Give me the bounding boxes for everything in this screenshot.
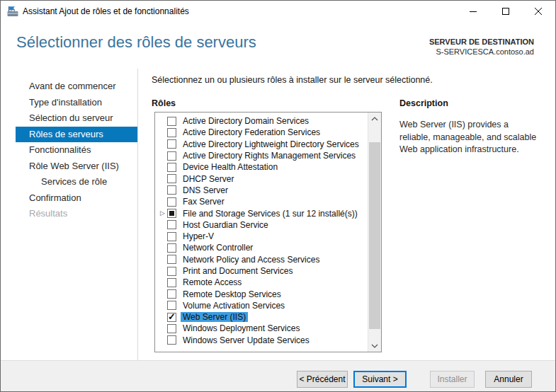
role-label: Device Health Attestation — [181, 162, 280, 172]
next-button[interactable]: Suivant > — [353, 371, 407, 388]
role-label: DNS Server — [181, 185, 230, 195]
role-row[interactable]: Active Directory Domain Services — [156, 115, 368, 127]
roles-wizard-icon — [6, 5, 19, 18]
role-row[interactable]: Active Directory Federation Services — [156, 127, 368, 138]
window-controls — [457, 1, 555, 22]
role-row[interactable]: Network Controller — [156, 242, 368, 253]
footer-bar: < Précédent Suivant > Installer Annuler — [1, 360, 555, 391]
role-label: Host Guardian Service — [181, 220, 271, 230]
indeterminate-mark-icon — [169, 211, 174, 216]
role-checkbox[interactable] — [167, 232, 176, 241]
maximize-button[interactable] — [489, 1, 522, 22]
role-row[interactable]: Host Guardian Service — [156, 219, 368, 231]
role-label: Active Directory Lightweight Directory S… — [181, 139, 361, 149]
role-checkbox[interactable] — [167, 335, 176, 345]
role-checkbox[interactable] — [167, 197, 176, 207]
role-checkbox[interactable] — [167, 243, 176, 253]
scrollbar-thumb[interactable] — [369, 142, 380, 329]
destination-server-block: SERVEUR DE DESTINATION S-SERVICESCA.cont… — [429, 37, 534, 57]
page-title: Sélectionner des rôles de serveurs — [16, 33, 256, 52]
role-row[interactable]: Print and Document Services — [156, 265, 368, 277]
role-row[interactable]: Volume Activation Services — [156, 300, 368, 311]
expand-arrow-icon[interactable]: ▷ — [158, 210, 167, 217]
role-row[interactable]: Fax Server — [156, 196, 368, 207]
description-text: Web Server (IIS) provides a reliable, ma… — [399, 119, 538, 156]
role-row[interactable]: Active Directory Lightweight Directory S… — [156, 139, 368, 150]
role-checkbox[interactable] — [167, 163, 176, 172]
roles-scrollbar[interactable] — [368, 113, 381, 352]
role-row[interactable]: Windows Server Update Services — [156, 335, 368, 346]
window-title: Assistant Ajout de rôles et de fonctionn… — [23, 6, 189, 16]
role-checkbox[interactable] — [167, 220, 176, 229]
role-row[interactable]: Hyper-V — [156, 231, 368, 242]
role-row[interactable]: Network Policy and Access Services — [156, 254, 368, 265]
role-checkbox[interactable] — [167, 278, 176, 287]
checkmark-icon: ✓ — [168, 311, 176, 322]
role-checkbox[interactable] — [167, 324, 176, 333]
instruction-text: Sélectionnez un ou plusieurs rôles à ins… — [152, 75, 433, 85]
wizard-window: Assistant Ajout de rôles et de fonctionn… — [0, 0, 556, 392]
role-label: Hyper-V — [181, 231, 216, 241]
role-checkbox[interactable] — [167, 301, 176, 310]
role-label: Windows Deployment Services — [181, 323, 302, 333]
role-label: Web Server (IIS) — [181, 312, 248, 322]
sidebar-item-fonctionnalites[interactable]: Fonctionnalités — [16, 142, 137, 158]
close-button[interactable] — [522, 1, 555, 22]
previous-button[interactable]: < Précédent — [297, 371, 348, 388]
role-checkbox[interactable] — [167, 267, 176, 276]
roles-rows: Active Directory Domain ServicesActive D… — [156, 115, 368, 350]
description-panel: Description Web Server (IIS) provides a … — [399, 98, 538, 156]
role-row[interactable]: ✓Web Server (IIS) — [156, 311, 368, 323]
role-checkbox[interactable]: ✓ — [167, 313, 176, 322]
role-label: Print and Document Services — [181, 266, 295, 276]
role-checkbox[interactable] — [167, 174, 176, 183]
role-row[interactable]: ▷File and Storage Services (1 sur 12 ins… — [156, 207, 368, 219]
role-label: Active Directory Federation Services — [181, 127, 322, 137]
title-bar[interactable]: Assistant Ajout de rôles et de fonctionn… — [1, 1, 555, 22]
role-label: Network Controller — [181, 243, 255, 253]
role-label: Network Policy and Access Services — [181, 255, 322, 265]
scroll-down-button[interactable] — [368, 340, 381, 352]
sidebar-item-resultats: Résultats — [16, 206, 137, 222]
role-label: Active Directory Rights Management Servi… — [181, 151, 358, 161]
role-checkbox[interactable] — [167, 185, 176, 195]
role-row[interactable]: DNS Server — [156, 185, 368, 196]
role-row[interactable]: Remote Desktop Services — [156, 288, 368, 299]
role-checkbox[interactable] — [167, 255, 176, 264]
role-checkbox[interactable] — [167, 151, 176, 161]
role-checkbox[interactable] — [167, 128, 176, 137]
sidebar-item-type-d-installation[interactable]: Type d'installation — [16, 95, 137, 111]
role-row[interactable]: Windows Deployment Services — [156, 323, 368, 334]
role-checkbox[interactable] — [167, 289, 176, 299]
sidebar-item-role-web-server-iis[interactable]: Rôle Web Server (IIS) — [16, 158, 137, 175]
role-checkbox[interactable] — [167, 139, 176, 149]
role-checkbox[interactable] — [167, 209, 176, 218]
role-label: Fax Server — [181, 197, 227, 207]
wizard-steps-nav: Avant de commencerType d'installationSél… — [1, 79, 137, 222]
minimize-button[interactable] — [457, 1, 489, 22]
role-label: Windows Server Update Services — [181, 335, 312, 345]
install-button: Installer — [430, 371, 475, 388]
sidebar-item-services-de-role[interactable]: Services de rôle — [16, 174, 137, 190]
description-label: Description — [399, 98, 538, 108]
role-label: Remote Access — [181, 277, 244, 287]
scroll-up-button[interactable] — [368, 113, 381, 125]
role-checkbox[interactable] — [167, 117, 176, 126]
role-row[interactable]: Device Health Attestation — [156, 161, 368, 173]
chevron-up-icon — [371, 117, 378, 121]
sidebar-item-roles-de-serveurs[interactable]: Rôles de serveurs — [16, 127, 137, 143]
role-label: Active Directory Domain Services — [181, 116, 311, 126]
sidebar-item-confirmation[interactable]: Confirmation — [16, 190, 137, 207]
cancel-button[interactable]: Annuler — [485, 371, 532, 388]
roles-listbox[interactable]: Active Directory Domain ServicesActive D… — [154, 112, 382, 352]
sidebar-item-selection-du-serveur[interactable]: Sélection du serveur — [16, 110, 137, 127]
role-row[interactable]: DHCP Server — [156, 173, 368, 184]
chevron-down-icon — [371, 344, 378, 348]
role-label: Volume Activation Services — [181, 301, 287, 311]
role-label: Remote Desktop Services — [181, 289, 283, 299]
destination-label: SERVEUR DE DESTINATION — [429, 37, 534, 47]
sidebar-divider — [137, 69, 138, 362]
role-row[interactable]: Active Directory Rights Management Servi… — [156, 150, 368, 161]
sidebar-item-avant-de-commencer[interactable]: Avant de commencer — [16, 79, 137, 95]
role-row[interactable]: Remote Access — [156, 277, 368, 288]
